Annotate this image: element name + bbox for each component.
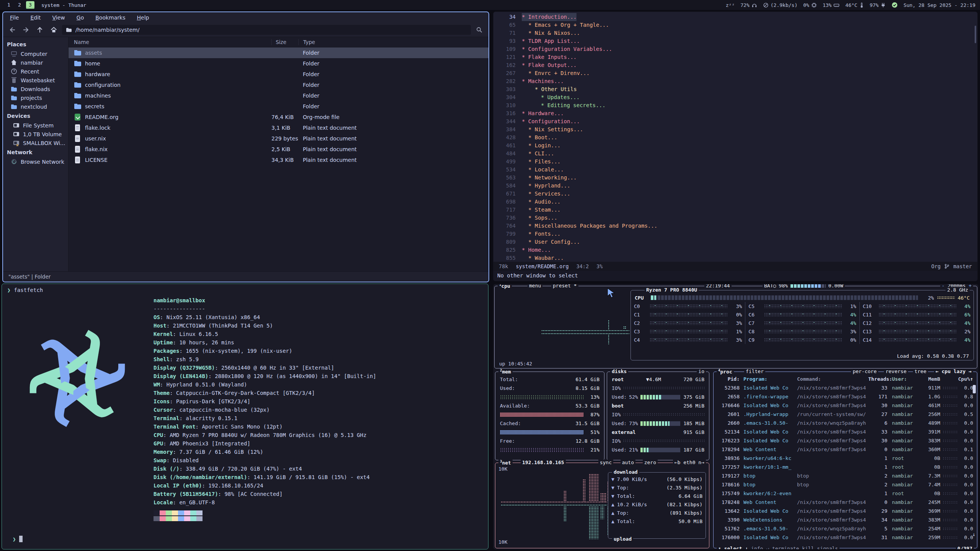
- process-row[interactable]: 176646 Isolated Web Co /nix/store/sm8fmr…: [714, 401, 977, 410]
- info-key[interactable]: info ↵: [751, 546, 769, 549]
- emacs-scrollbar[interactable]: [975, 26, 976, 43]
- signals-key[interactable]: signals: [817, 546, 838, 549]
- proc-scrollbar[interactable]: [973, 385, 976, 393]
- org-heading-line[interactable]: 71 * Nix & Nixos...: [493, 29, 977, 37]
- process-row[interactable]: 38936 kworker/u64:6-kc 1 root 0B 0.0: [714, 454, 977, 463]
- process-row[interactable]: 52368 Isolated Web Co /nix/store/sm8fmrf…: [714, 383, 977, 392]
- org-heading-line[interactable]: 584 * Hyprland...: [493, 182, 977, 190]
- net-interface-switcher[interactable]: ←b eth0 n→: [673, 460, 706, 465]
- menu-item[interactable]: Edit: [30, 15, 41, 21]
- disks-box-label[interactable]: disks: [610, 368, 628, 374]
- file-row[interactable]: LICENSE 34,3 KiB Plain text document: [69, 155, 488, 165]
- org-heading-line[interactable]: 698 * Audio...: [493, 198, 977, 206]
- org-heading-line[interactable]: 736 * Sops...: [493, 214, 977, 222]
- workspace-button[interactable]: 2: [15, 1, 24, 9]
- sidebar-item[interactable]: nextcloud: [3, 102, 68, 111]
- shell-prompt[interactable]: ❯: [13, 536, 23, 542]
- process-row[interactable]: 178616 btop btop 2 nambiar 7.4M 0.0: [714, 480, 977, 489]
- org-heading-line[interactable]: 534 * Locale...: [493, 166, 977, 174]
- process-row[interactable]: 178294 Web Content /nix/store/sm8fmrf3wp…: [714, 445, 977, 454]
- org-heading-line[interactable]: 109 * Configuration Variables...: [493, 45, 977, 53]
- up-button[interactable]: [34, 25, 45, 35]
- menu-item[interactable]: Go: [77, 15, 84, 21]
- process-row[interactable]: 2660 .emacs-31.0.50- /nix/store/wnqz5pa8…: [714, 419, 977, 427]
- process-row[interactable]: 3390 WebExtensions /nix/store/sm8fmrf3wp…: [714, 515, 977, 524]
- menu-item[interactable]: Bookmarks: [95, 15, 125, 21]
- thunar-window[interactable]: File Edit View Go Bookmarks Help: [2, 11, 489, 282]
- org-heading-line[interactable]: 717 * Steam...: [493, 206, 977, 214]
- org-heading-line[interactable]: 825 * Home...: [493, 246, 977, 254]
- tree-toggle[interactable]: tree: [913, 368, 928, 374]
- org-heading-line[interactable]: 764 * Miscellaneous Packages and Program…: [493, 222, 977, 230]
- file-row[interactable]: user.nix 229 bytes Plain text document: [69, 133, 488, 144]
- process-row[interactable]: 2601 .Hyprland-wrapp /run/current-system…: [714, 410, 977, 419]
- kill-key[interactable]: kill: [802, 546, 814, 549]
- cpu-box-label[interactable]: 1cpu: [498, 284, 512, 289]
- mem-box-label[interactable]: 2mem: [498, 368, 513, 375]
- process-row[interactable]: 176000 Isolated Web Co /nix/store/sm8fmr…: [714, 533, 977, 542]
- org-heading-line[interactable]: 344 * Configuration...: [493, 117, 977, 126]
- workspace-button[interactable]: 1: [5, 1, 13, 9]
- file-row[interactable]: hardware Folder: [69, 69, 488, 80]
- refresh-minus-button[interactable]: -: [942, 284, 945, 289]
- net-box-label[interactable]: 3net: [498, 460, 513, 466]
- org-heading-line[interactable]: 809 * User Config...: [493, 238, 977, 246]
- column-header-type[interactable]: Type: [298, 39, 488, 45]
- sidebar-device-item[interactable]: File System: [3, 121, 68, 130]
- org-heading-line[interactable]: 93 * TLDR App List...: [493, 37, 977, 45]
- preset-button[interactable]: preset *: [551, 284, 578, 289]
- file-row[interactable]: home Folder: [69, 58, 488, 69]
- sidebar-item[interactable]: projects: [3, 93, 68, 102]
- path-bar[interactable]: /home/nambiar/system/: [62, 25, 471, 35]
- org-heading-line[interactable]: 316 * Hardware...: [493, 109, 977, 117]
- org-heading-line[interactable]: 563 * Networking...: [493, 174, 977, 182]
- filter-button[interactable]: filter: [744, 368, 765, 374]
- proc-box-label[interactable]: 4proc: [717, 368, 734, 375]
- io-mode-button[interactable]: io: [697, 368, 706, 374]
- net-auto-button[interactable]: auto: [621, 460, 635, 465]
- org-heading-line[interactable]: 799 * Fonts...: [493, 230, 977, 238]
- org-heading-line[interactable]: 304 * Updates...: [493, 93, 977, 101]
- per-core-toggle[interactable]: per-core: [851, 368, 878, 374]
- org-heading-line[interactable]: 671 * Services...: [493, 190, 977, 198]
- menu-button[interactable]: menu: [528, 284, 542, 289]
- column-header-name[interactable]: Name: [69, 39, 271, 45]
- file-row[interactable]: flake.lock 3,1 KiB Plain text document: [69, 122, 488, 133]
- sidebar-item[interactable]: Recent: [3, 67, 68, 76]
- net-sync-button[interactable]: sync: [598, 460, 613, 465]
- search-button[interactable]: [474, 25, 485, 35]
- org-heading-line[interactable]: 267 * Envrc + Direnv...: [493, 69, 977, 77]
- process-row[interactable]: 175749 kworker/6:2-even 1 root 0B 0.0: [714, 489, 977, 498]
- org-heading-line[interactable]: 162 * Flake Output...: [493, 61, 977, 69]
- process-row[interactable]: 13642 Isolated Web Co /nix/store/sm8fmrf…: [714, 507, 977, 515]
- sidebar-item[interactable]: Wastebasket: [3, 76, 68, 85]
- file-row[interactable]: flake.nix 2,5 KiB Plain text document: [69, 144, 488, 155]
- terminal-window[interactable]: ❯fastfetch λ λ λ λ λ λ nambiar@smallbox …: [2, 284, 488, 549]
- workspace-button[interactable]: 3: [26, 1, 34, 9]
- file-row[interactable]: README.org 76,4 KiB Org-mode file: [69, 112, 488, 122]
- sidebar-network-item[interactable]: Browse Network: [3, 157, 68, 166]
- file-row[interactable]: configuration Folder: [69, 80, 488, 90]
- org-heading-line[interactable]: 34 * Introduction...: [493, 13, 977, 21]
- sidebar-item[interactable]: Downloads: [3, 85, 68, 93]
- forward-button[interactable]: [21, 25, 31, 35]
- menu-item[interactable]: View: [52, 15, 65, 21]
- org-heading-line[interactable]: 121 * Flake Inputs...: [493, 53, 977, 61]
- process-row[interactable]: 52134 Isolated Web Co /nix/store/sm8fmrf…: [714, 427, 977, 436]
- sidebar-item[interactable]: Computer: [3, 49, 68, 58]
- org-heading-line[interactable]: 428 * Boot...: [493, 134, 977, 142]
- org-heading-line[interactable]: 855 * Waubar...: [493, 254, 977, 262]
- org-heading-line[interactable]: 384 * Nix Settings...: [493, 126, 977, 134]
- process-row[interactable]: 51762 .emacs-31.0.50- /nix/store/wnqz5pa…: [714, 524, 977, 533]
- net-zero-button[interactable]: zero: [643, 460, 658, 465]
- sidebar-device-item[interactable]: 1,0 TB Volume: [3, 130, 68, 139]
- org-heading-line[interactable]: 303 * Other Utils: [493, 85, 977, 93]
- org-heading-line[interactable]: 310 * Editing secrets...: [493, 101, 977, 109]
- process-row[interactable]: 178248 Web Content /nix/store/sm8fmrf3wp…: [714, 498, 977, 507]
- file-row[interactable]: secrets Folder: [69, 101, 488, 112]
- sidebar-item[interactable]: nambiar: [3, 58, 68, 67]
- sidebar-device-item[interactable]: SMALLBOX Wi...: [3, 139, 68, 147]
- file-row[interactable]: machines Folder: [69, 90, 488, 101]
- select-keys[interactable]: ↑ select ↓: [718, 546, 748, 549]
- org-heading-line[interactable]: 65 * Emacs + Org + Tangle...: [493, 21, 977, 29]
